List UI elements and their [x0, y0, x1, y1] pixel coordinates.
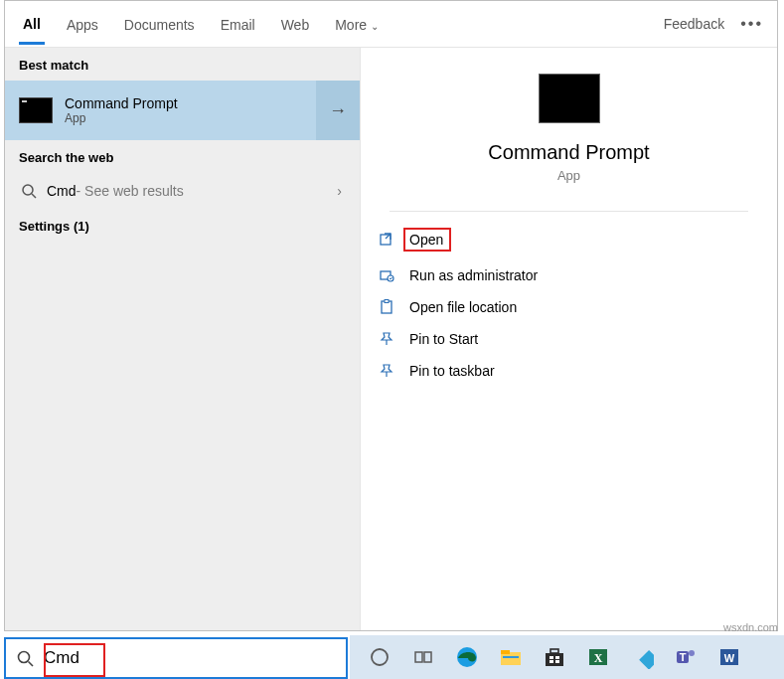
search-icon [21, 183, 37, 199]
svg-rect-14 [424, 652, 431, 662]
search-icon [16, 649, 34, 667]
svg-rect-13 [415, 652, 422, 662]
admin-icon [378, 267, 395, 283]
action-run-as-admin-label: Run as administrator [409, 267, 538, 283]
tab-web[interactable]: Web [277, 5, 314, 43]
preview-pane: Command Prompt App Open Run as administr… [361, 48, 777, 630]
tab-all[interactable]: All [19, 4, 45, 45]
open-icon [378, 232, 395, 248]
search-header: All Apps Documents Email Web More ⌄ Feed… [5, 1, 777, 48]
svg-rect-17 [501, 650, 510, 654]
action-pin-to-start[interactable]: Pin to Start [370, 323, 784, 355]
svg-rect-7 [385, 300, 389, 303]
search-web-label: Search the web [5, 140, 360, 173]
taskbar-cortana-icon[interactable] [360, 637, 399, 677]
svg-point-30 [689, 650, 695, 656]
svg-point-12 [372, 649, 388, 665]
preview-title: Command Prompt [488, 141, 649, 164]
taskbar-edge-icon[interactable] [447, 637, 487, 677]
pin-taskbar-icon [378, 363, 395, 379]
search-bar[interactable] [4, 637, 348, 679]
svg-text:T: T [680, 651, 687, 663]
watermark: wsxdn.com [723, 621, 778, 633]
svg-point-0 [23, 185, 33, 195]
action-open-file-location[interactable]: Open file location [370, 291, 784, 323]
actions-list: Open Run as administrator Open file loca… [352, 220, 784, 387]
web-result-term: Cmd [47, 183, 77, 199]
preview-command-prompt-icon [539, 74, 600, 123]
action-open[interactable]: Open [370, 220, 784, 259]
search-body: Best match Command Prompt App → Search t… [5, 48, 777, 630]
action-run-as-admin[interactable]: Run as administrator [370, 259, 784, 291]
action-open-file-location-label: Open file location [409, 299, 517, 315]
svg-rect-27 [639, 650, 654, 669]
best-match-title: Command Prompt [65, 95, 178, 111]
svg-rect-21 [549, 656, 553, 659]
best-match-subtitle: App [65, 111, 178, 125]
chevron-right-icon: › [337, 183, 342, 199]
svg-rect-18 [503, 656, 519, 658]
svg-point-10 [19, 652, 30, 663]
taskbar-teams-icon[interactable]: T [666, 637, 706, 677]
chevron-down-icon: ⌄ [371, 21, 379, 32]
best-match-text: Command Prompt App [65, 95, 178, 125]
taskbar-store-icon[interactable] [535, 637, 574, 677]
tab-email[interactable]: Email [217, 5, 259, 43]
svg-line-1 [32, 194, 36, 198]
taskbar-word-icon[interactable]: W [709, 637, 749, 677]
svg-rect-20 [550, 649, 558, 653]
action-pin-to-start-label: Pin to Start [409, 331, 478, 347]
tab-more[interactable]: More ⌄ [331, 5, 383, 43]
taskbar-explorer-icon[interactable] [491, 637, 531, 677]
svg-rect-22 [555, 656, 559, 659]
action-pin-to-taskbar-label: Pin to taskbar [409, 363, 495, 379]
feedback-link[interactable]: Feedback [664, 16, 724, 32]
svg-rect-24 [555, 660, 559, 663]
svg-line-11 [29, 662, 34, 667]
action-open-label: Open [403, 228, 451, 252]
tab-apps[interactable]: Apps [63, 5, 102, 43]
settings-label[interactable]: Settings (1) [5, 209, 360, 242]
svg-point-5 [388, 275, 393, 281]
best-match-result[interactable]: Command Prompt App → [5, 81, 360, 140]
search-input[interactable] [42, 647, 346, 669]
svg-rect-2 [381, 235, 391, 245]
svg-rect-19 [546, 653, 563, 666]
taskbar: X T W [350, 635, 784, 679]
results-pane: Best match Command Prompt App → Search t… [5, 48, 361, 630]
tab-documents[interactable]: Documents [120, 5, 199, 43]
expand-arrow-icon[interactable]: → [316, 81, 360, 140]
taskbar-excel-icon[interactable]: X [578, 637, 618, 677]
pin-start-icon [378, 331, 395, 347]
web-result-hint: - See web results [77, 183, 184, 199]
svg-rect-23 [549, 660, 553, 663]
taskbar-taskview-icon[interactable] [403, 637, 443, 677]
preview-subtitle: App [557, 168, 580, 183]
more-options-icon[interactable]: ••• [740, 15, 763, 33]
svg-text:W: W [724, 652, 735, 664]
svg-text:X: X [594, 651, 603, 665]
start-search-window: All Apps Documents Email Web More ⌄ Feed… [4, 0, 778, 631]
header-tabs: All Apps Documents Email Web More ⌄ [19, 4, 383, 45]
best-match-label: Best match [5, 48, 360, 81]
file-location-icon [378, 299, 395, 315]
taskbar-kodi-icon[interactable] [622, 637, 662, 677]
command-prompt-icon [19, 97, 53, 123]
divider [390, 211, 747, 212]
action-pin-to-taskbar[interactable]: Pin to taskbar [370, 355, 784, 387]
web-result-row[interactable]: Cmd - See web results › [5, 173, 360, 209]
